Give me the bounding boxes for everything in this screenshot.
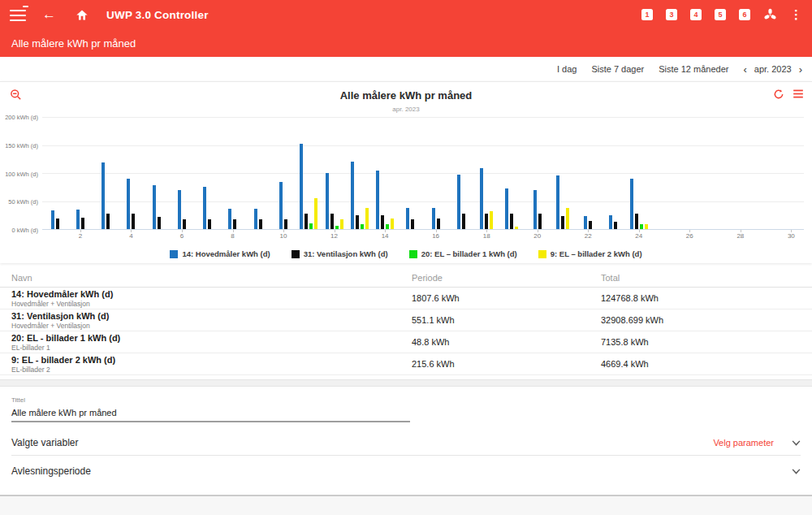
bar[interactable]: [609, 215, 612, 229]
bar[interactable]: [106, 214, 110, 229]
bar[interactable]: [480, 168, 483, 229]
bar[interactable]: [233, 219, 236, 229]
bar[interactable]: [505, 188, 508, 229]
bar[interactable]: [56, 219, 59, 229]
reading-period-expand-icon[interactable]: [792, 469, 801, 474]
x-tick-label: 14: [382, 232, 389, 240]
bar[interactable]: [437, 219, 440, 229]
day-group: [626, 117, 651, 229]
velg-parameter-link[interactable]: Velg parameter: [713, 438, 774, 448]
back-icon[interactable]: ←: [42, 6, 56, 23]
badge-5-button[interactable]: 5: [715, 9, 726, 20]
bar[interactable]: [490, 211, 493, 229]
overflow-menu-icon[interactable]: ⋮: [790, 9, 802, 20]
bar[interactable]: [381, 215, 384, 229]
badge-3-button[interactable]: 3: [666, 9, 677, 20]
bar[interactable]: [645, 224, 648, 229]
badge-1-button[interactable]: 1: [641, 9, 653, 20]
bar[interactable]: [457, 175, 460, 229]
bar[interactable]: [127, 179, 130, 229]
bar[interactable]: [304, 214, 308, 229]
bar[interactable]: [432, 208, 435, 229]
bar[interactable]: [228, 209, 231, 229]
bar[interactable]: [254, 209, 257, 229]
bar[interactable]: [556, 175, 559, 229]
bar[interactable]: [203, 187, 206, 229]
table-row[interactable]: 20: EL - billader 1 kWh (d) EL-billader …: [0, 331, 812, 353]
bar[interactable]: [102, 162, 105, 229]
bar[interactable]: [309, 223, 313, 229]
bar[interactable]: [132, 214, 135, 229]
bar[interactable]: [406, 208, 409, 229]
bar[interactable]: [376, 171, 379, 229]
bar[interactable]: [178, 190, 181, 229]
legend-item-ventilasjon[interactable]: 31: Ventilasjon kWh (d): [292, 249, 388, 258]
x-tick-label: 4: [129, 232, 132, 240]
bar[interactable]: [386, 224, 389, 229]
menu-icon[interactable]: [10, 10, 26, 21]
bar[interactable]: [153, 185, 156, 229]
bar[interactable]: [284, 219, 287, 229]
bar[interactable]: [566, 208, 569, 229]
variables-expand-icon[interactable]: [792, 440, 801, 446]
bar[interactable]: [640, 224, 643, 229]
bar[interactable]: [81, 218, 84, 229]
bar[interactable]: [538, 214, 542, 229]
table-row[interactable]: 14: Hovedmåler kWh (d) Hovedmåler + Vent…: [0, 288, 812, 309]
bar[interactable]: [208, 219, 211, 229]
bar[interactable]: [279, 182, 283, 229]
day-group: [195, 117, 220, 229]
day-group: [525, 117, 550, 229]
bar[interactable]: [584, 216, 587, 229]
next-month-icon[interactable]: ›: [799, 63, 802, 76]
title-input[interactable]: [11, 408, 410, 422]
bar[interactable]: [340, 219, 343, 229]
bar[interactable]: [300, 144, 303, 229]
bar[interactable]: [561, 216, 564, 229]
bar[interactable]: [411, 219, 414, 229]
bar[interactable]: [365, 208, 369, 229]
range-today[interactable]: I dag: [557, 64, 577, 74]
bar[interactable]: [51, 210, 54, 229]
bar[interactable]: [533, 190, 537, 229]
bar[interactable]: [361, 224, 364, 229]
fan-icon[interactable]: [763, 8, 777, 22]
legend-item-billader2[interactable]: 9: EL – billader 2 kWh (d): [538, 249, 642, 258]
refresh-icon[interactable]: [773, 89, 784, 100]
bar[interactable]: [356, 215, 359, 229]
legend-item-billader1[interactable]: 20: EL – billader 1 kWh (d): [409, 249, 517, 258]
bar[interactable]: [630, 179, 633, 229]
legend-item-hovedmaler[interactable]: 14: Hovedmåler kWh (d): [170, 249, 270, 258]
bar[interactable]: [391, 219, 394, 229]
bar[interactable]: [183, 219, 186, 229]
bar[interactable]: [462, 214, 465, 229]
range-12months[interactable]: Siste 12 måneder: [659, 64, 728, 74]
badge-6-button[interactable]: 6: [739, 9, 750, 20]
bar[interactable]: [510, 214, 513, 229]
zoom-out-icon[interactable]: [10, 89, 22, 101]
bar[interactable]: [635, 214, 638, 229]
prev-month-icon[interactable]: ‹: [743, 63, 746, 76]
bar[interactable]: [326, 173, 329, 229]
bar[interactable]: [614, 222, 617, 229]
table-row[interactable]: 31: Ventilasjon kWh (d) Hovedmåler + Ven…: [0, 309, 812, 331]
range-7days[interactable]: Siste 7 dager: [591, 64, 644, 74]
bar[interactable]: [314, 198, 317, 229]
bar[interactable]: [158, 217, 161, 229]
bar[interactable]: [589, 221, 592, 229]
badge-4-button[interactable]: 4: [690, 9, 702, 20]
table-row[interactable]: 9: EL - billader 2 kWh (d) EL-billader 2…: [0, 353, 812, 375]
bar[interactable]: [351, 162, 354, 229]
home-icon[interactable]: [76, 9, 89, 21]
bar[interactable]: [76, 210, 80, 229]
bar[interactable]: [485, 214, 488, 229]
bar[interactable]: [515, 227, 518, 229]
bar[interactable]: [259, 219, 262, 229]
chart-menu-icon[interactable]: [793, 89, 804, 99]
bar[interactable]: [330, 214, 334, 229]
day-group: [169, 117, 194, 229]
table-header: Navn Periode Total: [0, 268, 812, 288]
bar[interactable]: [335, 226, 339, 229]
chart-plot-area[interactable]: [42, 117, 804, 230]
day-group: [753, 117, 778, 229]
